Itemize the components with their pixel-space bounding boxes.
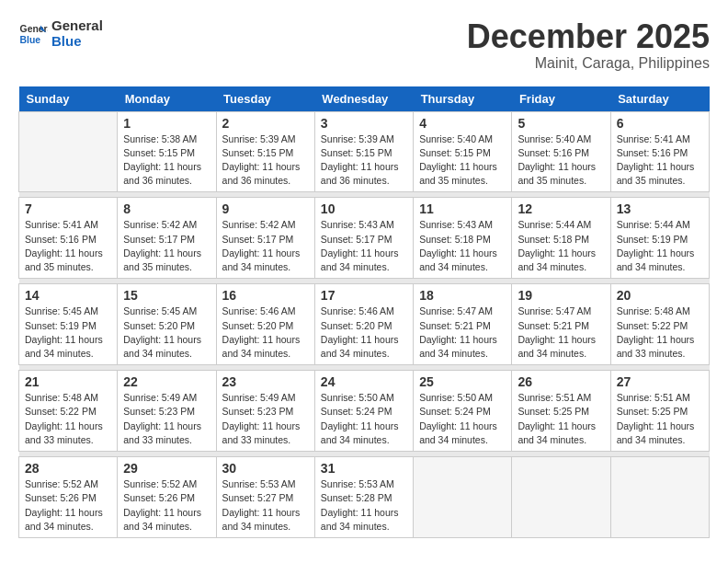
day-cell: 9Sunrise: 5:42 AM Sunset: 5:17 PM Daylig… [216, 198, 314, 279]
day-info: Sunrise: 5:43 AM Sunset: 5:18 PM Dayligh… [419, 218, 506, 274]
calendar-table: SundayMondayTuesdayWednesdayThursdayFrid… [18, 86, 710, 538]
day-cell: 17Sunrise: 5:46 AM Sunset: 5:20 PM Dayli… [314, 284, 413, 365]
day-number: 12 [518, 201, 604, 216]
day-info: Sunrise: 5:48 AM Sunset: 5:22 PM Dayligh… [617, 304, 703, 361]
day-cell: 21Sunrise: 5:48 AM Sunset: 5:22 PM Dayli… [19, 371, 118, 452]
day-number: 10 [321, 201, 407, 216]
day-info: Sunrise: 5:50 AM Sunset: 5:24 PM Dayligh… [419, 391, 506, 447]
day-number: 13 [617, 201, 703, 216]
day-info: Sunrise: 5:42 AM Sunset: 5:17 PM Dayligh… [123, 218, 210, 274]
day-number: 27 [617, 374, 703, 389]
day-cell: 13Sunrise: 5:44 AM Sunset: 5:19 PM Dayli… [610, 198, 709, 279]
day-cell: 11Sunrise: 5:43 AM Sunset: 5:18 PM Dayli… [414, 198, 512, 279]
day-info: Sunrise: 5:39 AM Sunset: 5:15 PM Dayligh… [222, 132, 309, 189]
day-info: Sunrise: 5:42 AM Sunset: 5:17 PM Dayligh… [222, 218, 309, 274]
logo-text-general: General [51, 18, 103, 34]
day-number: 26 [518, 374, 604, 389]
day-info: Sunrise: 5:44 AM Sunset: 5:18 PM Dayligh… [518, 218, 604, 274]
day-info: Sunrise: 5:53 AM Sunset: 5:28 PM Dayligh… [321, 477, 407, 534]
day-cell: 27Sunrise: 5:51 AM Sunset: 5:25 PM Dayli… [610, 371, 709, 452]
week-row-5: 28Sunrise: 5:52 AM Sunset: 5:26 PM Dayli… [19, 457, 710, 538]
day-info: Sunrise: 5:49 AM Sunset: 5:23 PM Dayligh… [123, 391, 210, 447]
day-number: 31 [321, 461, 407, 476]
day-info: Sunrise: 5:41 AM Sunset: 5:16 PM Dayligh… [25, 218, 111, 274]
day-number: 3 [321, 116, 407, 131]
logo: General Blue General Blue [18, 18, 103, 49]
day-number: 28 [25, 461, 111, 476]
day-cell: 29Sunrise: 5:52 AM Sunset: 5:26 PM Dayli… [118, 457, 216, 538]
day-number: 8 [123, 201, 210, 216]
day-number: 19 [518, 288, 604, 303]
page-subtitle: Mainit, Caraga, Philippines [467, 55, 710, 72]
day-info: Sunrise: 5:52 AM Sunset: 5:26 PM Dayligh… [123, 477, 210, 534]
day-info: Sunrise: 5:45 AM Sunset: 5:19 PM Dayligh… [25, 304, 111, 361]
day-number: 15 [123, 288, 210, 303]
day-cell: 20Sunrise: 5:48 AM Sunset: 5:22 PM Dayli… [610, 284, 709, 365]
day-cell: 14Sunrise: 5:45 AM Sunset: 5:19 PM Dayli… [19, 284, 118, 365]
page-title: December 2025 [467, 18, 710, 55]
logo-icon: General Blue [18, 19, 48, 49]
day-number: 29 [123, 461, 210, 476]
col-header-sunday: Sunday [19, 86, 118, 112]
week-row-4: 21Sunrise: 5:48 AM Sunset: 5:22 PM Dayli… [19, 371, 710, 452]
col-header-wednesday: Wednesday [314, 86, 413, 112]
day-info: Sunrise: 5:40 AM Sunset: 5:16 PM Dayligh… [518, 132, 604, 189]
day-cell: 22Sunrise: 5:49 AM Sunset: 5:23 PM Dayli… [118, 371, 216, 452]
week-row-1: 1Sunrise: 5:38 AM Sunset: 5:15 PM Daylig… [19, 111, 710, 192]
day-info: Sunrise: 5:45 AM Sunset: 5:20 PM Dayligh… [123, 304, 210, 361]
day-cell: 1Sunrise: 5:38 AM Sunset: 5:15 PM Daylig… [118, 111, 216, 192]
day-info: Sunrise: 5:43 AM Sunset: 5:17 PM Dayligh… [321, 218, 407, 274]
day-number: 16 [222, 288, 309, 303]
day-info: Sunrise: 5:49 AM Sunset: 5:23 PM Dayligh… [222, 391, 309, 447]
day-number: 22 [123, 374, 210, 389]
day-cell: 15Sunrise: 5:45 AM Sunset: 5:20 PM Dayli… [118, 284, 216, 365]
day-info: Sunrise: 5:52 AM Sunset: 5:26 PM Dayligh… [25, 477, 111, 534]
day-number: 2 [222, 116, 309, 131]
col-header-friday: Friday [512, 86, 610, 112]
day-number: 6 [617, 116, 703, 131]
day-cell: 3Sunrise: 5:39 AM Sunset: 5:15 PM Daylig… [314, 111, 413, 192]
day-cell: 25Sunrise: 5:50 AM Sunset: 5:24 PM Dayli… [414, 371, 512, 452]
day-info: Sunrise: 5:53 AM Sunset: 5:27 PM Dayligh… [222, 477, 309, 534]
day-cell [512, 457, 610, 538]
day-info: Sunrise: 5:46 AM Sunset: 5:20 PM Dayligh… [222, 304, 309, 361]
day-cell: 31Sunrise: 5:53 AM Sunset: 5:28 PM Dayli… [314, 457, 413, 538]
day-cell: 26Sunrise: 5:51 AM Sunset: 5:25 PM Dayli… [512, 371, 610, 452]
day-number: 1 [123, 116, 210, 131]
col-header-monday: Monday [118, 86, 216, 112]
day-info: Sunrise: 5:48 AM Sunset: 5:22 PM Dayligh… [25, 391, 111, 447]
col-header-thursday: Thursday [414, 86, 512, 112]
day-cell: 5Sunrise: 5:40 AM Sunset: 5:16 PM Daylig… [512, 111, 610, 192]
day-number: 14 [25, 288, 111, 303]
day-number: 23 [222, 374, 309, 389]
day-number: 25 [419, 374, 506, 389]
day-cell [19, 111, 118, 192]
logo-text-blue: Blue [51, 34, 103, 50]
day-info: Sunrise: 5:51 AM Sunset: 5:25 PM Dayligh… [518, 391, 604, 447]
day-cell: 4Sunrise: 5:40 AM Sunset: 5:15 PM Daylig… [414, 111, 512, 192]
day-info: Sunrise: 5:40 AM Sunset: 5:15 PM Dayligh… [419, 132, 506, 189]
day-number: 9 [222, 201, 309, 216]
day-cell: 30Sunrise: 5:53 AM Sunset: 5:27 PM Dayli… [216, 457, 314, 538]
day-info: Sunrise: 5:51 AM Sunset: 5:25 PM Dayligh… [617, 391, 703, 447]
day-info: Sunrise: 5:47 AM Sunset: 5:21 PM Dayligh… [419, 304, 506, 361]
day-info: Sunrise: 5:39 AM Sunset: 5:15 PM Dayligh… [321, 132, 407, 189]
day-cell: 2Sunrise: 5:39 AM Sunset: 5:15 PM Daylig… [216, 111, 314, 192]
day-number: 5 [518, 116, 604, 131]
header-row: SundayMondayTuesdayWednesdayThursdayFrid… [19, 86, 710, 112]
day-number: 17 [321, 288, 407, 303]
day-cell: 24Sunrise: 5:50 AM Sunset: 5:24 PM Dayli… [314, 371, 413, 452]
day-cell: 28Sunrise: 5:52 AM Sunset: 5:26 PM Dayli… [19, 457, 118, 538]
day-number: 18 [419, 288, 506, 303]
col-header-tuesday: Tuesday [216, 86, 314, 112]
week-row-3: 14Sunrise: 5:45 AM Sunset: 5:19 PM Dayli… [19, 284, 710, 365]
day-number: 4 [419, 116, 506, 131]
day-cell: 6Sunrise: 5:41 AM Sunset: 5:16 PM Daylig… [610, 111, 709, 192]
day-cell: 19Sunrise: 5:47 AM Sunset: 5:21 PM Dayli… [512, 284, 610, 365]
day-cell: 8Sunrise: 5:42 AM Sunset: 5:17 PM Daylig… [118, 198, 216, 279]
day-info: Sunrise: 5:50 AM Sunset: 5:24 PM Dayligh… [321, 391, 407, 447]
day-info: Sunrise: 5:41 AM Sunset: 5:16 PM Dayligh… [617, 132, 703, 189]
day-info: Sunrise: 5:38 AM Sunset: 5:15 PM Dayligh… [123, 132, 210, 189]
day-cell: 16Sunrise: 5:46 AM Sunset: 5:20 PM Dayli… [216, 284, 314, 365]
title-area: December 2025 Mainit, Caraga, Philippine… [467, 18, 710, 72]
